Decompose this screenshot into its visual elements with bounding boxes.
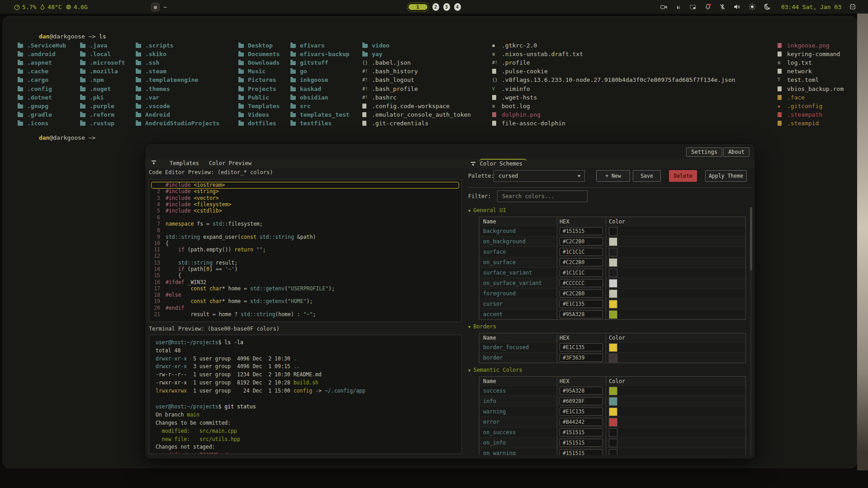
color-swatch[interactable] [609, 258, 617, 267]
workspace-2[interactable]: 2 [432, 3, 439, 11]
scrollbar-thumb[interactable] [750, 207, 752, 270]
workspace-4[interactable]: 4 [454, 3, 461, 11]
section-header[interactable]: ▼General UI [468, 207, 749, 214]
color-swatch[interactable] [609, 237, 617, 246]
hex-input[interactable]: #B44242 [560, 418, 603, 426]
tab-templates[interactable]: Templates [170, 160, 199, 166]
folder-icon [80, 95, 87, 100]
color-name: surface [479, 247, 557, 257]
dir-entry: obsidian [290, 93, 350, 102]
right-tabs: ▼ Color Schemes [471, 159, 527, 168]
code-text: #else [166, 292, 181, 298]
color-swatch[interactable] [609, 354, 617, 362]
volume-icon[interactable] [733, 3, 741, 10]
color-swatch[interactable] [609, 248, 617, 256]
tab-color-schemes[interactable]: Color Schemes [479, 159, 527, 168]
collapse-icon[interactable]: ▼ [471, 162, 475, 167]
hex-input[interactable]: #C2C2B0 [560, 289, 603, 298]
screenshot-icon[interactable] [689, 4, 697, 10]
color-table: NameHEXColorsuccess#95A328info#60928Fwar… [479, 376, 746, 455]
terminal-preview-line: drwxr-xr-x 3 user group 4096 Dec 1 09:15… [156, 363, 461, 371]
color-swatch[interactable] [609, 387, 617, 395]
code-editor-preview[interactable]: #include <iostream>2#include <string>3#i… [149, 179, 462, 322]
hex-input[interactable]: #95A328 [560, 310, 603, 318]
hex-input[interactable]: #C2C2B0 [560, 237, 603, 246]
entry-label: keyring-command [787, 51, 840, 57]
goldfile-icon [778, 95, 785, 100]
folder-icon [136, 112, 143, 117]
entry-label: log.txt [787, 59, 812, 66]
line-number: 13 [149, 260, 166, 266]
settings-button[interactable]: Settings [686, 147, 722, 157]
hex-input[interactable]: #3F3639 [560, 354, 603, 362]
scrollbar[interactable] [750, 207, 752, 455]
color-swatch[interactable] [609, 227, 617, 236]
color-swatch[interactable] [609, 269, 617, 277]
delete-button[interactable]: Delete [669, 170, 697, 182]
color-swatch[interactable] [609, 449, 617, 455]
clock[interactable]: 03:44 Sat, Jan 03 [781, 4, 841, 10]
json-icon: {} [492, 77, 499, 82]
hex-input[interactable]: #151515 [560, 439, 603, 447]
hex-input[interactable]: #151515 [560, 428, 603, 436]
focused-app[interactable]: ~ [151, 3, 167, 11]
new-palette-button[interactable]: + New [596, 170, 630, 182]
hex-input[interactable]: #60928F [560, 397, 603, 405]
notifications[interactable] [704, 3, 711, 10]
color-row: success#95A328 [479, 385, 745, 396]
hex-input[interactable]: #CCCCCC [560, 279, 603, 287]
folder-icon [290, 112, 298, 117]
color-swatch[interactable] [609, 439, 617, 447]
apply-theme-button[interactable]: Apply Theme [705, 170, 747, 182]
tray-app-icon[interactable] [849, 3, 856, 10]
hex-input[interactable]: #95A328 [560, 387, 603, 395]
column-header-hex: HEX [557, 333, 606, 342]
keyboard-backlight-icon[interactable] [675, 4, 682, 10]
color-swatch[interactable] [609, 289, 617, 298]
collapse-icon[interactable]: ▼ [152, 161, 156, 166]
json-icon: {} [362, 60, 370, 65]
brightness-icon[interactable] [749, 3, 756, 10]
folder-icon [290, 95, 298, 100]
workspace-1-active[interactable]: 1 [408, 3, 428, 11]
terminal-preview[interactable]: user@host:~/projects$ ls -latotal 48drwx… [149, 335, 462, 454]
bluetooth-off-icon[interactable] [719, 3, 726, 10]
color-swatch[interactable] [609, 428, 617, 437]
folder-icon [238, 77, 246, 82]
hex-input[interactable]: #151515 [560, 227, 603, 235]
workspace-switcher: 1234 [408, 0, 461, 14]
section-header[interactable]: ▼Semantic Colors [468, 367, 749, 374]
color-swatch[interactable] [609, 407, 617, 416]
prompt-symbol: ~> [85, 33, 99, 40]
color-swatch[interactable] [609, 279, 617, 288]
color-swatch[interactable] [609, 418, 617, 426]
tab-color-preview[interactable]: Color Preview [209, 160, 251, 166]
hex-input[interactable]: #E1C135 [560, 407, 603, 416]
section-header[interactable]: ▼Borders [468, 323, 749, 331]
color-swatch[interactable] [609, 343, 617, 352]
search-colors-input[interactable]: Search colors... [497, 190, 588, 202]
save-button[interactable]: Save [633, 170, 661, 182]
terminal-preview-line: -rwxr-xr-x 1 user group 8192 Dec 2 10:28… [156, 379, 461, 388]
entry-label: .dotnet [27, 94, 52, 101]
color-swatch[interactable] [609, 397, 617, 406]
dir-entry: .var [136, 93, 219, 102]
workspace-3[interactable]: 3 [443, 3, 450, 11]
hex-input[interactable]: #E1C135 [560, 343, 603, 351]
hex-input[interactable]: #1C1C1C [560, 269, 603, 277]
folder-icon [80, 52, 87, 57]
color-swatch[interactable] [609, 310, 617, 319]
palette-select[interactable]: cursed ▼ [493, 170, 585, 182]
file-entry: .git-credentials [362, 119, 471, 128]
folder-icon [238, 43, 246, 48]
file-icon [492, 121, 499, 126]
about-button[interactable]: About [723, 147, 749, 157]
hex-input[interactable]: #1C1C1C [560, 248, 603, 256]
hex-input[interactable]: #E1C135 [560, 300, 603, 308]
screencast-icon[interactable] [660, 4, 668, 10]
color-swatch[interactable] [609, 300, 617, 308]
hex-input[interactable]: #151515 [560, 449, 603, 455]
night-light-off-icon[interactable] [764, 3, 771, 10]
hex-input[interactable]: #C2C2B0 [560, 258, 603, 266]
color-table: NameHEXColorbackground#151515on_backgrou… [479, 217, 746, 320]
